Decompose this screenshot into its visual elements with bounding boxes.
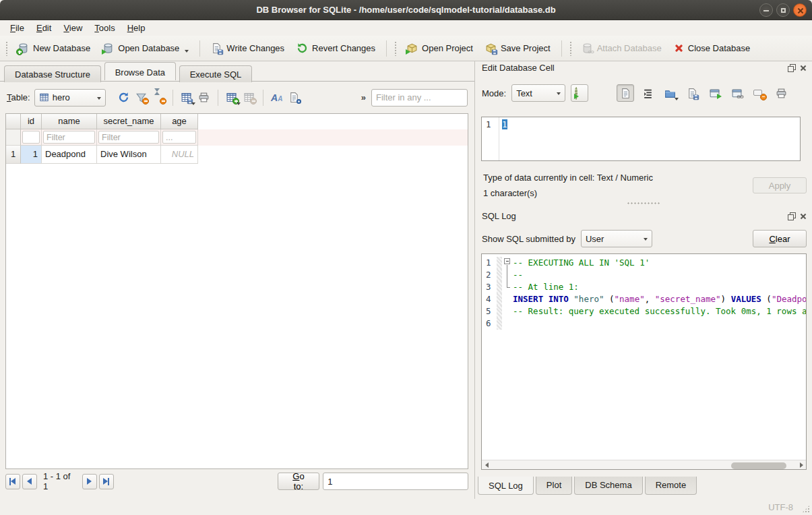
apply-button[interactable]: Apply [753, 177, 807, 193]
clear-filters-button[interactable] [133, 89, 150, 107]
gear-arrow-icon [575, 88, 585, 98]
attach-database-button[interactable]: Attach Database [575, 40, 668, 57]
title-bar[interactable]: DB Browser for SQLite - /home/user/code/… [0, 0, 812, 20]
open-database-button[interactable]: Open Database [96, 40, 195, 57]
set-null-button[interactable] [750, 84, 768, 102]
export-cell-data-button[interactable] [683, 84, 701, 102]
scroll-right-button[interactable] [797, 460, 806, 469]
horizontal-scrollbar[interactable] [482, 460, 806, 469]
write-changes-button[interactable]: Write Changes [205, 40, 290, 57]
print-cell-button[interactable] [772, 84, 790, 102]
close-database-button[interactable]: Close Database [668, 40, 757, 56]
find-in-table-button[interactable] [286, 89, 303, 107]
write-changes-label: Write Changes [226, 43, 284, 53]
tab-browse-data[interactable]: Browse Data [104, 62, 176, 80]
menu-file[interactable]: File [4, 22, 30, 34]
encoding-label[interactable]: UTF-8 [768, 502, 793, 512]
refresh-button[interactable] [115, 89, 133, 107]
insert-record-button[interactable] [223, 89, 241, 107]
text-document-toggle-button[interactable] [617, 84, 634, 102]
row-header[interactable]: 1 [6, 146, 21, 164]
dock-tab-db-schema[interactable]: DB Schema [574, 477, 642, 495]
column-header-name[interactable]: name [42, 114, 97, 129]
cell-id[interactable]: 1 [21, 146, 42, 164]
open-project-button[interactable]: Open Project [400, 40, 479, 57]
dock-tab-bar: SQL Log Plot DB Schema Remote [478, 477, 699, 495]
filter-input-secret-name[interactable] [98, 131, 159, 144]
float-icon[interactable] [787, 212, 796, 220]
close-button[interactable] [793, 3, 807, 17]
next-page-button[interactable] [82, 474, 97, 489]
chevron-down-icon [237, 102, 241, 105]
auto-switch-mode-button[interactable] [571, 84, 588, 102]
tab-database-structure[interactable]: Database Structure [4, 65, 101, 82]
table-select[interactable]: hero [34, 89, 106, 107]
menu-help[interactable]: Help [121, 22, 152, 34]
cell-secret-name[interactable]: Dive Wilson [97, 146, 161, 164]
clear-sorting-button[interactable] [150, 89, 168, 107]
scrollbar-thumb[interactable] [731, 462, 786, 469]
show-sql-label: Show SQL submitted by [482, 234, 575, 244]
clear-button[interactable]: Clear [753, 230, 807, 247]
fold-column [502, 293, 513, 305]
maximize-button[interactable] [776, 3, 790, 17]
minimize-button[interactable] [759, 3, 773, 17]
minus-badge-icon [760, 94, 767, 100]
font-settings-button[interactable]: AA [268, 89, 286, 107]
save-table-button[interactable] [178, 89, 195, 107]
sql-log-view[interactable]: 1-- EXECUTING ALL IN 'SQL 1' 2-- 3-- At … [481, 253, 807, 470]
last-page-button[interactable] [99, 474, 114, 489]
goto-button[interactable]: Go to: [278, 473, 319, 490]
close-icon[interactable] [799, 212, 807, 220]
float-icon[interactable] [787, 63, 796, 72]
cell-name[interactable]: Deadpond [42, 146, 97, 164]
corner-header[interactable] [6, 114, 21, 129]
toolbar-overflow-chevron[interactable]: » [361, 92, 366, 102]
mode-select[interactable]: Text [511, 84, 565, 102]
menu-tools[interactable]: Tools [88, 22, 121, 34]
sql-log-dock-title: SQL Log [482, 211, 516, 221]
column-header-id[interactable]: id [21, 114, 42, 129]
menu-bar: File Edit View Tools Help [0, 20, 812, 36]
first-page-button[interactable] [5, 474, 20, 489]
menu-edit[interactable]: Edit [30, 22, 57, 34]
delete-record-button[interactable] [241, 89, 258, 107]
minus-badge-icon [142, 98, 149, 104]
filter-input-id[interactable] [22, 131, 40, 144]
dock-splitter[interactable] [627, 202, 660, 205]
filter-any-input[interactable] [371, 89, 468, 107]
word-wrap-button[interactable] [639, 84, 656, 102]
filter-input-age[interactable] [162, 131, 196, 144]
prev-page-button[interactable] [22, 474, 37, 489]
fold-margin [497, 281, 502, 293]
scroll-left-button[interactable] [482, 460, 491, 469]
print-table-button[interactable] [195, 89, 213, 107]
menu-view[interactable]: View [57, 22, 88, 34]
table-select-value: hero [53, 92, 70, 102]
dock-tab-plot[interactable]: Plot [536, 477, 572, 495]
new-database-button[interactable]: New Database [11, 40, 96, 57]
disk-badge-icon [491, 49, 498, 55]
column-header-secret-name[interactable]: secret_name [97, 114, 161, 129]
submitted-by-select[interactable]: User [581, 230, 652, 247]
resize-grip-icon[interactable] [802, 505, 810, 513]
toolbar-handle[interactable] [5, 41, 9, 56]
revert-changes-button[interactable]: Revert Changes [290, 40, 381, 57]
goto-input[interactable] [323, 473, 468, 490]
dock-tab-remote[interactable]: Remote [645, 477, 697, 495]
cell-editor[interactable]: 1 1 [481, 117, 801, 161]
minimize-icon [763, 10, 769, 11]
tab-execute-sql[interactable]: Execute SQL [179, 65, 253, 82]
open-in-external-button[interactable] [706, 84, 723, 102]
dock-tab-sql-log[interactable]: SQL Log [478, 477, 534, 495]
close-icon[interactable] [799, 63, 807, 72]
log-code: INSERT INTO "hero" ("name", "secret_name… [513, 293, 806, 305]
copy-link-button[interactable] [728, 84, 745, 102]
save-project-button[interactable]: Save Project [479, 40, 557, 57]
filter-input-name[interactable] [43, 131, 95, 144]
toolbar-handle[interactable] [569, 41, 573, 56]
column-header-age[interactable]: age [161, 114, 198, 129]
import-cell-data-button[interactable] [661, 84, 679, 102]
cell-age[interactable]: NULL [161, 146, 198, 164]
toolbar-handle[interactable] [394, 41, 398, 56]
